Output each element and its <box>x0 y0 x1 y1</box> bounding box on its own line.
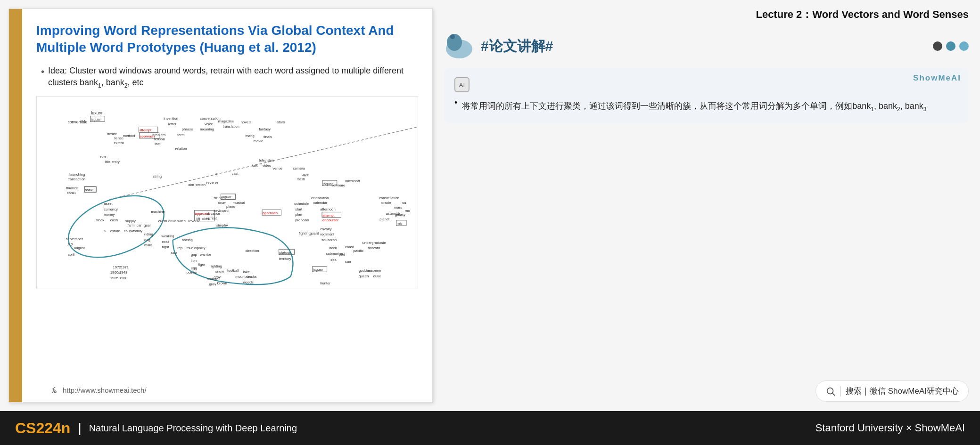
svg-text:lion: lion <box>191 259 197 263</box>
svg-text:transaction: transaction <box>67 177 85 181</box>
svg-text:a: a <box>215 171 218 176</box>
svg-text:constellation: constellation <box>379 196 399 201</box>
svg-text:jaguar: jaguar <box>221 195 231 200</box>
svg-text:musical: musical <box>233 201 245 205</box>
svg-text:regiment: regiment <box>320 233 335 237</box>
svg-text:1948: 1948 <box>119 271 127 275</box>
svg-text:1972: 1972 <box>113 265 121 269</box>
svg-text:stock: stock <box>96 218 104 222</box>
svg-text:brown: brown <box>217 282 227 286</box>
svg-text:guard: guard <box>310 232 319 236</box>
svg-text:start: start <box>295 207 303 211</box>
svg-text:rep: rep <box>177 246 182 251</box>
svg-text:jaguar: jaguar <box>313 268 323 272</box>
annotation-text: 将常用词的所有上下文进行聚类，通过该词得到一些清晰的簇，从而将这个常用词分解为多… <box>462 99 926 114</box>
svg-text:switch: switch <box>196 183 206 187</box>
svg-text:television: television <box>259 158 274 162</box>
svg-text:method: method <box>123 134 135 138</box>
svg-text:afternoon: afternoon <box>320 207 335 211</box>
svg-text:witch: witch <box>177 219 186 223</box>
svg-text:direction: direction <box>245 249 259 253</box>
svg-text:estate: estate <box>110 229 120 233</box>
svg-text:invention: invention <box>164 116 178 121</box>
svg-text:su: su <box>402 201 406 205</box>
svg-text:magazine: magazine <box>218 119 234 123</box>
svg-text:convertible: convertible <box>67 120 87 124</box>
svg-text:tiger: tiger <box>198 262 205 267</box>
svg-text:lighting: lighting <box>210 264 222 268</box>
svg-text:emperor: emperor <box>368 269 381 273</box>
course-name: Natural Language Processing with Deep Le… <box>89 423 297 434</box>
search-bar[interactable]: 搜索｜微信 ShowMeAI研究中心 <box>815 380 969 402</box>
svg-text:farm: farm <box>127 224 134 228</box>
svg-line-181 <box>832 393 835 396</box>
search-icon <box>825 386 836 396</box>
svg-text:reason: reason <box>154 138 165 142</box>
svg-text:territory: territory <box>279 257 291 261</box>
svg-text:mo: mo <box>405 209 410 213</box>
svg-text:deck: deck <box>329 246 337 251</box>
svg-text:pacific: pacific <box>353 249 363 253</box>
svg-text:drum: drum <box>218 201 227 205</box>
svg-text:desire: desire <box>107 132 117 136</box>
svg-point-179 <box>450 34 455 39</box>
bullet-text: Idea: Cluster word windows around words,… <box>48 65 418 90</box>
annotation-box: ShowMeAI AI • 将常用词的所有上下文进行聚类，通过该词得到一些清晰的… <box>444 68 969 123</box>
svg-text:schedule: schedule <box>294 202 309 206</box>
svg-text:cap: cap <box>171 251 177 255</box>
svg-text:microsoft: microsoft <box>345 179 360 183</box>
bottom-bar: CS224n | Natural Language Processing wit… <box>0 411 980 445</box>
svg-text:tape: tape <box>302 173 309 177</box>
svg-text:municipality: municipality <box>186 246 205 251</box>
svg-text:gray: gray <box>209 283 216 287</box>
main-content: Improving Word Representations Via Globa… <box>0 0 980 411</box>
svg-text:hunter: hunter <box>320 282 330 286</box>
svg-text:pointer: pointer <box>186 271 198 275</box>
course-code: CS224n <box>15 420 70 437</box>
svg-text:letter: letter <box>168 122 177 126</box>
svg-text:novels: novels <box>241 120 251 124</box>
svg-text:lift: lift <box>197 217 201 221</box>
svg-text:problem: problem <box>152 133 165 137</box>
svg-text:launching: launching <box>69 173 85 177</box>
svg-text:aim: aim <box>188 183 194 187</box>
svg-text:reverse: reverse <box>206 180 219 185</box>
dot-dark <box>933 41 942 51</box>
dots-right <box>933 41 969 51</box>
dot-teal-light <box>959 41 969 51</box>
svg-text:mars: mars <box>394 205 402 210</box>
slide-title: Improving Word Representations Via Globa… <box>36 22 418 57</box>
svg-text:translation: translation <box>222 125 239 129</box>
svg-text:1988: 1988 <box>119 276 127 280</box>
svg-text:egg: egg <box>191 266 197 270</box>
svg-point-180 <box>827 388 833 394</box>
svg-text:luxury: luxury <box>91 111 102 115</box>
bullet-dot: • <box>41 65 44 90</box>
svg-text:finance: finance <box>66 186 78 191</box>
svg-text:boeing: boeing <box>182 238 193 242</box>
svg-text:calendar: calendar <box>313 201 328 205</box>
svg-text:cast: cast <box>232 172 239 176</box>
svg-text:finals: finals <box>264 135 272 139</box>
svg-text:platoon: platoon <box>280 251 291 255</box>
svg-text:july: july <box>67 242 73 246</box>
svg-text:video: video <box>263 164 271 168</box>
bottom-left: CS224n | Natural Language Processing wit… <box>15 420 297 437</box>
svg-text:august: august <box>74 246 85 251</box>
svg-text:software: software <box>331 184 345 188</box>
svg-text:flash: flash <box>297 177 305 181</box>
search-text: 搜索｜微信 ShowMeAI研究中心 <box>846 386 959 396</box>
annotation-tag: #论文讲解# <box>481 37 553 56</box>
svg-text:coast: coast <box>345 245 354 250</box>
svg-text:1985: 1985 <box>110 276 118 280</box>
svg-text:bank↓: bank↓ <box>66 191 76 195</box>
svg-text:port: port <box>339 252 346 257</box>
svg-text:crash: crash <box>158 219 167 223</box>
bottom-right: Stanford University × ShowMeAI <box>815 422 965 434</box>
svg-text:attempt: attempt <box>322 213 335 218</box>
svg-text:dog: dog <box>144 238 150 242</box>
svg-text:jaguar: jaguar <box>90 117 101 121</box>
svg-text:piano: piano <box>226 204 235 209</box>
slide-content: Improving Word Representations Via Globa… <box>22 9 432 402</box>
svg-text:extent: extent <box>114 141 124 145</box>
